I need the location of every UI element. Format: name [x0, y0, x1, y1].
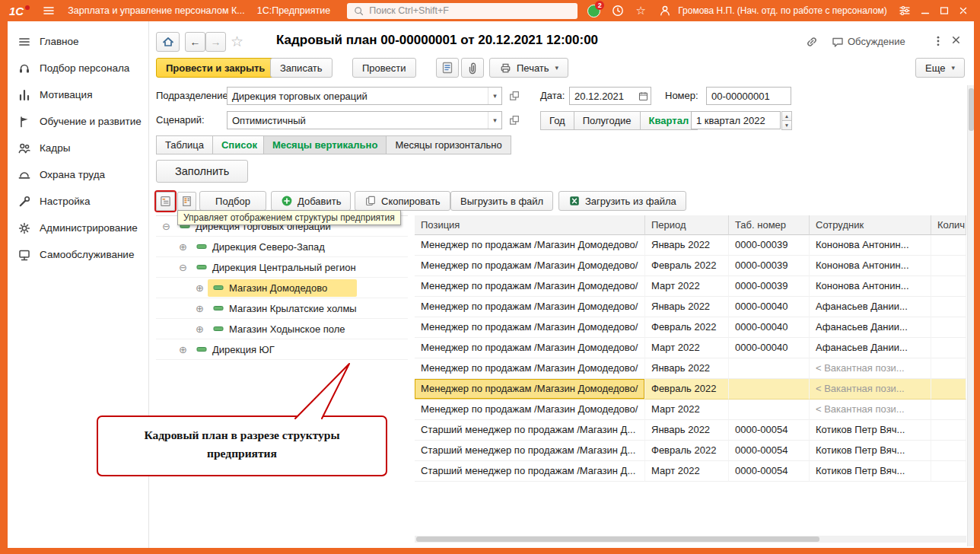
period-scale-button-0[interactable]: Год	[540, 111, 574, 130]
cell-tab-number[interactable]: 0000-00039	[729, 256, 810, 276]
sidebar-item-glavnoe[interactable]: Главное	[8, 28, 148, 55]
cell-position[interactable]: Менеджер по продажам /Магазин Домодедово…	[415, 235, 645, 256]
cell-employee[interactable]: Афанасьев Дании...	[810, 297, 931, 317]
document-journal-icon[interactable]	[436, 58, 459, 78]
home-button[interactable]	[156, 32, 180, 52]
cell-employee[interactable]: < Вакантная пози...	[810, 400, 931, 420]
table-row[interactable]: Менеджер по продажам /Магазин Домодедово…	[415, 317, 966, 338]
history-icon[interactable]	[609, 2, 626, 19]
number-input[interactable]: 00-00000001	[706, 87, 791, 105]
cell-period[interactable]: Март 2022	[645, 461, 729, 482]
cell-period[interactable]: Февраль 2022	[645, 317, 729, 338]
cell-count[interactable]	[931, 461, 966, 482]
sidebar-item-podbor-personala[interactable]: Подбор персонала	[8, 55, 148, 81]
cell-position[interactable]: Менеджер по продажам /Магазин Домодедово…	[415, 256, 645, 276]
sidebar-item-nastroyka[interactable]: Настройка	[8, 188, 148, 215]
cell-count[interactable]	[931, 256, 966, 276]
month-mode-button-1[interactable]: Месяцы горизонтально	[386, 135, 511, 154]
cell-tab-number[interactable]: 0000-00054	[729, 441, 810, 461]
sidebar-item-obuchenie[interactable]: Обучение и развитие	[8, 108, 148, 135]
cell-employee[interactable]: Котиков Петр Вяч...	[810, 441, 931, 461]
favorites-icon[interactable]: ☆	[632, 2, 649, 19]
cell-employee[interactable]: Котиков Петр Вяч...	[810, 461, 931, 482]
close-window-icon[interactable]	[953, 2, 972, 20]
cell-count[interactable]	[931, 358, 966, 379]
cell-count[interactable]	[931, 235, 966, 256]
get-link-icon[interactable]	[805, 35, 819, 52]
cell-period[interactable]: Февраль 2022	[645, 441, 729, 461]
cell-employee[interactable]: Афанасьев Дании...	[810, 338, 931, 358]
cell-position[interactable]: Менеджер по продажам /Магазин Домодедово…	[415, 358, 645, 379]
combo-arrow-icon[interactable]: ▾	[488, 88, 501, 104]
calendar-icon[interactable]	[635, 88, 651, 104]
horizontal-scrollbar-thumb[interactable]	[416, 536, 819, 542]
cell-period[interactable]: Январь 2022	[645, 235, 729, 256]
cell-count[interactable]	[931, 276, 966, 297]
collapse-icon[interactable]: ⊖	[177, 262, 189, 273]
combo-arrow-icon[interactable]: ▾	[488, 112, 501, 129]
cell-tab-number[interactable]	[729, 358, 810, 379]
maximize-icon[interactable]	[934, 2, 953, 20]
cell-period[interactable]: Февраль 2022	[645, 379, 729, 400]
table-row[interactable]: Старший менеджер по продажам /Магазин Д.…	[415, 420, 966, 441]
cell-position[interactable]: Менеджер по продажам /Магазин Домодедово…	[415, 317, 645, 338]
table-row[interactable]: Старший менеджер по продажам /Магазин Д.…	[415, 461, 966, 482]
expand-icon[interactable]: ⊕	[177, 344, 189, 355]
cell-period[interactable]: Февраль 2022	[645, 256, 729, 276]
period-value-input[interactable]: 1 квартал 2022	[691, 111, 781, 129]
post-and-close-button[interactable]: Провести и закрыть	[156, 58, 275, 78]
table-row[interactable]: Менеджер по продажам /Магазин Домодедово…	[415, 276, 966, 297]
expand-icon[interactable]: ⊕	[177, 241, 189, 253]
main-menu-icon[interactable]	[40, 2, 57, 19]
cell-count[interactable]	[931, 441, 966, 461]
sidebar-item-samoobsluzhivanie[interactable]: Самообслуживание	[8, 241, 148, 268]
cell-position[interactable]: Старший менеджер по продажам /Магазин Д.…	[415, 461, 645, 482]
cell-tab-number[interactable]: 0000-00040	[729, 317, 810, 338]
global-search-input[interactable]: Поиск Ctrl+Shift+F	[347, 3, 578, 19]
cell-position[interactable]: Менеджер по продажам /Магазин Домодедово…	[415, 297, 645, 317]
discussion-label[interactable]: Обсуждение	[848, 36, 905, 47]
cell-tab-number[interactable]: 0000-00054	[729, 420, 810, 441]
cell-position[interactable]: Менеджер по продажам /Магазин Домодедово…	[415, 379, 645, 400]
spin-down-icon[interactable]: ▼	[781, 120, 792, 130]
cell-period[interactable]: Март 2022	[645, 400, 729, 420]
tree-item[interactable]: ⊕Дирекция Северо-Запад	[156, 237, 408, 257]
view-mode-button-0[interactable]: Таблица	[156, 135, 213, 154]
cell-tab-number[interactable]	[729, 379, 810, 400]
cell-count[interactable]	[931, 297, 966, 317]
tree-item[interactable]: ⊕Магазин Домодедово	[156, 278, 408, 298]
column-header-count[interactable]: Колич. ст...	[931, 215, 966, 235]
org-structure-icon[interactable]	[177, 192, 196, 211]
cell-employee[interactable]: Кононова Антонин...	[810, 276, 931, 297]
open-scenario-icon[interactable]	[507, 113, 522, 128]
column-header-tab-number[interactable]: Таб. номер	[729, 215, 810, 235]
tree-item[interactable]: ⊖Дирекция Центральный регион	[156, 257, 408, 278]
import-from-file-button[interactable]: Загрузить из файла	[558, 191, 686, 211]
expand-icon[interactable]: ⊕	[194, 303, 205, 314]
notifications-button[interactable]: 2	[585, 2, 602, 19]
cell-position[interactable]: Старший менеджер по продажам /Магазин Д.…	[415, 420, 645, 441]
cell-employee[interactable]: Афанасьев Дании...	[810, 317, 931, 338]
cell-tab-number[interactable]	[729, 400, 810, 420]
save-button[interactable]: Записать	[270, 58, 332, 78]
table-row[interactable]: Старший менеджер по продажам /Магазин Д.…	[415, 441, 966, 461]
sidebar-item-motivaciya[interactable]: Мотивация	[8, 81, 148, 108]
cell-count[interactable]	[931, 400, 966, 420]
tree-item[interactable]: ⊕Магазин Ходынское поле	[156, 319, 408, 339]
cell-position[interactable]: Старший менеджер по продажам /Магазин Д.…	[415, 441, 645, 461]
copy-button[interactable]: Скопировать	[355, 191, 450, 211]
add-button[interactable]: Добавить	[271, 191, 351, 211]
structure-view-toggle-icon[interactable]	[156, 192, 175, 211]
table-row[interactable]: Менеджер по продажам /Магазин Домодедово…	[415, 400, 966, 420]
cell-tab-number[interactable]: 0000-00040	[729, 338, 810, 358]
cell-tab-number[interactable]: 0000-00040	[729, 297, 810, 317]
cell-tab-number[interactable]: 0000-00039	[729, 235, 810, 256]
department-input[interactable]: Дирекция торговых операций ▾	[227, 87, 502, 105]
cell-employee[interactable]: < Вакантная пози...	[810, 358, 931, 379]
sidebar-item-administrirovanie[interactable]: Администрирование	[8, 215, 148, 241]
more-button[interactable]: Еще▾	[915, 58, 965, 78]
table-row[interactable]: Менеджер по продажам /Магазин Домодедово…	[415, 297, 966, 317]
table-row[interactable]: Менеджер по продажам /Магазин Домодедово…	[415, 379, 966, 400]
vertical-scrollbar[interactable]	[967, 85, 974, 546]
cell-position[interactable]: Менеджер по продажам /Магазин Домодедово…	[415, 338, 645, 358]
